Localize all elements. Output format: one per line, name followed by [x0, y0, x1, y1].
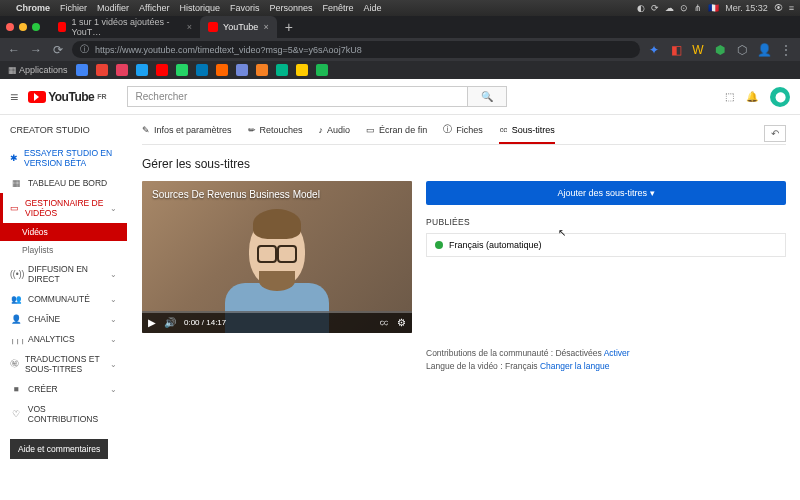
menu-file[interactable]: Fichier [60, 3, 87, 13]
youtube-logo[interactable]: YouTube FR [28, 90, 106, 104]
tab-endscreen[interactable]: ▭Écran de fin [366, 125, 427, 143]
status-icon[interactable]: ⟳ [651, 3, 659, 13]
sidebar-item-live[interactable]: ((•)) DIFFUSION EN DIRECT ⌄ [0, 259, 127, 289]
forward-button[interactable]: → [28, 43, 44, 57]
close-tab-icon[interactable]: × [263, 22, 268, 32]
status-icon[interactable]: ☁ [665, 3, 674, 13]
tab-cards[interactable]: ⓘFiches [443, 123, 483, 144]
progress-bar[interactable] [142, 311, 412, 313]
bookmark-icon[interactable] [296, 64, 308, 76]
video-canvas[interactable]: Sources De Revenus Business Model ▶ 🔊 0:… [142, 181, 412, 333]
bookmark-icon[interactable] [216, 64, 228, 76]
change-language-link[interactable]: Changer la langue [540, 361, 609, 371]
sidebar-item-community[interactable]: 👥 COMMUNAUTÉ ⌄ [0, 289, 127, 309]
browser-tab[interactable]: YouTube × [200, 16, 277, 38]
upload-icon[interactable]: ⬚ [725, 91, 734, 102]
contrib-toggle-link[interactable]: Activer [604, 348, 630, 358]
notifications-icon[interactable]: 🔔 [746, 91, 758, 102]
minimize-window-icon[interactable] [19, 23, 27, 31]
wifi-icon[interactable]: ⋔ [694, 3, 702, 13]
settings-icon[interactable]: ⚙ [397, 317, 406, 328]
sidebar-item-analytics[interactable]: ╷╷╷ ANALYTICS ⌄ [0, 329, 127, 349]
tab-title: YouTube [223, 22, 258, 32]
spotlight-icon[interactable]: ⦿ [774, 3, 783, 13]
sidebar-item-video-manager[interactable]: ▭ GESTIONNAIRE DE VIDÉOS ⌄ [0, 193, 127, 223]
extension-icon[interactable]: ⬡ [734, 43, 750, 57]
close-tab-icon[interactable]: × [187, 22, 192, 32]
subtitles-panel: Ajouter des sous-titres ▾ PUBLIÉES Franç… [426, 181, 786, 373]
add-subtitles-button[interactable]: Ajouter des sous-titres ▾ [426, 181, 786, 205]
tab-info[interactable]: ✎Infos et paramètres [142, 125, 232, 143]
pencil-icon: ✎ [142, 125, 150, 135]
play-icon[interactable]: ▶ [148, 317, 156, 328]
tab-subtitles[interactable]: ㏄Sous-titres [499, 123, 555, 144]
bookmark-icon[interactable] [76, 64, 88, 76]
sidebar-subitem-videos[interactable]: Vidéos [0, 223, 127, 241]
close-window-icon[interactable] [6, 23, 14, 31]
bookmark-icon[interactable] [316, 64, 328, 76]
undo-button[interactable]: ↶ [764, 125, 786, 142]
bookmark-icon[interactable] [156, 64, 168, 76]
favicon-icon [208, 22, 218, 32]
search-button[interactable]: 🔍 [467, 86, 507, 107]
menu-window[interactable]: Fenêtre [322, 3, 353, 13]
extension-icon[interactable]: W [690, 43, 706, 57]
beta-icon: ✱ [10, 153, 18, 163]
sidebar-item-contributions[interactable]: ♡ VOS CONTRIBUTIONS [0, 399, 127, 429]
extension-icon[interactable]: ◧ [668, 43, 684, 57]
maximize-window-icon[interactable] [32, 23, 40, 31]
browser-tab[interactable]: 1 sur 1 vidéos ajoutées - YouT… × [50, 16, 200, 38]
extension-icon[interactable]: ⬢ [712, 43, 728, 57]
menu-help[interactable]: Aide [364, 3, 382, 13]
hamburger-icon[interactable]: ≡ [10, 89, 18, 105]
tab-enhance[interactable]: ✏Retouches [248, 125, 303, 143]
tab-audio[interactable]: ♪Audio [319, 125, 351, 143]
app-name[interactable]: Chrome [16, 3, 50, 13]
sidebar-subitem-playlists[interactable]: Playlists [0, 241, 127, 259]
sidebar-item-translations[interactable]: ㊙ TRADUCTIONS ET SOUS-TITRES ⌄ [0, 349, 127, 379]
subtitle-track-row[interactable]: Français (automatique) [426, 233, 786, 257]
menu-people[interactable]: Personnes [269, 3, 312, 13]
menu-view[interactable]: Afficher [139, 3, 169, 13]
mouse-cursor: ↖ [558, 227, 566, 238]
sidebar-item-beta[interactable]: ✱ ESSAYER STUDIO EN VERSION BÊTA [0, 143, 127, 173]
bookmark-icon[interactable] [136, 64, 148, 76]
bookmarks-bar: ▦ Applications [0, 61, 800, 79]
new-tab-button[interactable]: + [277, 19, 301, 35]
bookmark-icon[interactable] [196, 64, 208, 76]
profile-icon[interactable]: 👤 [756, 43, 772, 57]
help-button[interactable]: Aide et commentaires [10, 439, 108, 459]
track-language: Français (automatique) [449, 240, 542, 250]
video-title-overlay: Sources De Revenus Business Model [152, 189, 320, 200]
apps-button[interactable]: ▦ Applications [8, 65, 68, 75]
sidebar-item-channel[interactable]: 👤 CHAÎNE ⌄ [0, 309, 127, 329]
status-dot-icon [435, 241, 443, 249]
search-input[interactable]: Rechercher [127, 86, 467, 107]
chevron-down-icon: ⌄ [110, 204, 117, 213]
siri-icon[interactable]: ≡ [789, 3, 794, 13]
bookmark-icon[interactable] [256, 64, 268, 76]
bookmark-icon[interactable] [236, 64, 248, 76]
menu-bookmarks[interactable]: Favoris [230, 3, 260, 13]
address-bar[interactable]: ⓘ https://www.youtube.com/timedtext_vide… [72, 41, 640, 58]
reload-button[interactable]: ⟳ [50, 43, 66, 57]
sidebar-item-dashboard[interactable]: ▦ TABLEAU DE BORD [0, 173, 127, 193]
status-icon[interactable]: ⊙ [680, 3, 688, 13]
bookmark-icon[interactable] [96, 64, 108, 76]
bookmark-icon[interactable] [116, 64, 128, 76]
sidebar-item-label: VOS CONTRIBUTIONS [28, 404, 117, 424]
volume-icon[interactable]: 🔊 [164, 317, 176, 328]
extension-icon[interactable]: ✦ [646, 43, 662, 57]
avatar[interactable]: ⬤ [770, 87, 790, 107]
bookmark-icon[interactable] [276, 64, 288, 76]
status-icon[interactable]: ◐ [637, 3, 645, 13]
cc-icon[interactable]: ㏄ [379, 315, 389, 329]
menu-icon[interactable]: ⋮ [778, 43, 794, 57]
menu-history[interactable]: Historique [179, 3, 220, 13]
clock[interactable]: Mer. 15:32 [725, 3, 768, 13]
sidebar-item-create[interactable]: ■ CRÉER ⌄ [0, 379, 127, 399]
flag-icon[interactable]: 🇫🇷 [708, 3, 719, 13]
back-button[interactable]: ← [6, 43, 22, 57]
bookmark-icon[interactable] [176, 64, 188, 76]
menu-edit[interactable]: Modifier [97, 3, 129, 13]
